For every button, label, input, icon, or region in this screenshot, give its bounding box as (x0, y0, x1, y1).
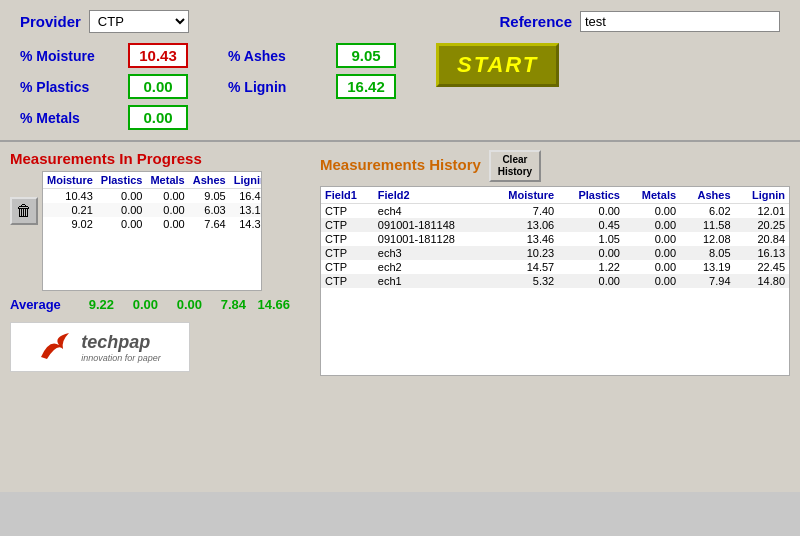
history-header-row: Field1 Field2 Moisture Plastics Metals A… (321, 187, 789, 204)
bottom-panel: Measurements In Progress 🗑 Moisture Plas… (0, 142, 800, 492)
col-moisture: Moisture (43, 172, 97, 189)
moisture-label: % Moisture (20, 48, 120, 64)
avg-ashes: 7.84 (210, 297, 246, 312)
average-row: Average 9.22 0.00 0.00 7.84 14.66 (10, 297, 310, 312)
col-lignin: Lignin (230, 172, 262, 189)
metals-label: % Metals (20, 110, 120, 126)
table-row: CTP091001-18112813.461.050.0012.0820.84 (321, 232, 789, 246)
progress-table-wrapper: 🗑 Moisture Plastics Metals Ashes Lignin (10, 171, 310, 291)
progress-table-area: Moisture Plastics Metals Ashes Lignin 10… (42, 171, 310, 291)
left-section: Measurements In Progress 🗑 Moisture Plas… (10, 150, 310, 484)
table-row: CTPech310.230.000.008.0516.13 (321, 246, 789, 260)
history-title: Measurements History (320, 156, 481, 173)
table-row: 0.210.000.006.0313.19 (43, 203, 262, 217)
provider-section: Provider CTP (20, 10, 189, 33)
history-col-moisture: Moisture (487, 187, 558, 204)
ashes-value: 9.05 (336, 43, 396, 68)
avg-metals: 0.00 (166, 297, 202, 312)
avg-lignin: 14.66 (254, 297, 290, 312)
logo-text-area: techpap innovation for paper (81, 332, 161, 363)
lignin-value: 16.42 (336, 74, 396, 99)
logo-tagline: innovation for paper (81, 353, 161, 363)
table-row: CTPech47.400.000.006.0212.01 (321, 204, 789, 219)
lignin-row: % Lignin 16.42 (228, 74, 396, 99)
delete-button[interactable]: 🗑 (10, 197, 38, 225)
top-panel: Provider CTP Reference % Moisture 10.43 … (0, 0, 800, 142)
logo-area: techpap innovation for paper (10, 322, 190, 372)
col-metals: Metals (146, 172, 188, 189)
moisture-row: % Moisture 10.43 (20, 43, 188, 68)
table-row: CTP091001-18114813.060.450.0011.5820.25 (321, 218, 789, 232)
reference-input[interactable] (580, 11, 780, 32)
reference-section: Reference (499, 11, 780, 32)
ashes-row: % Ashes 9.05 (228, 43, 396, 68)
logo-brand: techpap (81, 332, 161, 353)
clear-history-button[interactable]: Clear History (489, 150, 541, 182)
history-col-field1: Field1 (321, 187, 374, 204)
avg-plastics: 0.00 (122, 297, 158, 312)
avg-moisture: 9.22 (78, 297, 114, 312)
history-col-plastics: Plastics (558, 187, 624, 204)
history-col-metals: Metals (624, 187, 680, 204)
metrics-right: START (436, 43, 559, 87)
start-button[interactable]: START (436, 43, 559, 87)
top-row1: Provider CTP Reference (20, 10, 780, 33)
clear-history-label: Clear History (498, 154, 532, 177)
metrics-left: % Moisture 10.43 % Plastics 0.00 % Metal… (20, 43, 188, 130)
reference-label: Reference (499, 13, 572, 30)
plastics-value: 0.00 (128, 74, 188, 99)
provider-label: Provider (20, 13, 81, 30)
trash-icon: 🗑 (16, 202, 32, 220)
history-col-lignin: Lignin (735, 187, 789, 204)
ashes-label: % Ashes (228, 48, 328, 64)
metals-value: 0.00 (128, 105, 188, 130)
history-tbody: CTPech47.400.000.006.0212.01CTP091001-18… (321, 204, 789, 289)
history-col-field2: Field2 (374, 187, 487, 204)
in-progress-header-row: Moisture Plastics Metals Ashes Lignin (43, 172, 262, 189)
col-plastics: Plastics (97, 172, 147, 189)
provider-select[interactable]: CTP (89, 10, 189, 33)
progress-left-col: 🗑 (10, 171, 38, 291)
average-label: Average (10, 297, 70, 312)
in-progress-table-container: Moisture Plastics Metals Ashes Lignin 10… (42, 171, 262, 291)
metrics-middle: % Ashes 9.05 % Lignin 16.42 (228, 43, 396, 99)
table-row: 9.020.000.007.6414.37 (43, 217, 262, 231)
in-progress-table: Moisture Plastics Metals Ashes Lignin 10… (43, 172, 262, 231)
history-col-ashes: Ashes (680, 187, 734, 204)
in-progress-title: Measurements In Progress (10, 150, 310, 167)
plastics-label: % Plastics (20, 79, 120, 95)
moisture-value: 10.43 (128, 43, 188, 68)
top-row2: % Moisture 10.43 % Plastics 0.00 % Metal… (20, 43, 780, 130)
logo-bird-icon (39, 329, 75, 365)
table-row: CTPech214.571.220.0013.1922.45 (321, 260, 789, 274)
plastics-row: % Plastics 0.00 (20, 74, 188, 99)
history-header: Measurements History Clear History (320, 150, 790, 182)
lignin-label: % Lignin (228, 79, 328, 95)
history-table: Field1 Field2 Moisture Plastics Metals A… (321, 187, 789, 288)
history-table-container: Field1 Field2 Moisture Plastics Metals A… (320, 186, 790, 376)
col-ashes: Ashes (189, 172, 230, 189)
table-row: 10.430.000.009.0516.42 (43, 189, 262, 204)
metals-row: % Metals 0.00 (20, 105, 188, 130)
in-progress-tbody: 10.430.000.009.0516.420.210.000.006.0313… (43, 189, 262, 232)
table-row: CTPech15.320.000.007.9414.80 (321, 274, 789, 288)
right-section: Measurements History Clear History Field… (320, 150, 790, 484)
